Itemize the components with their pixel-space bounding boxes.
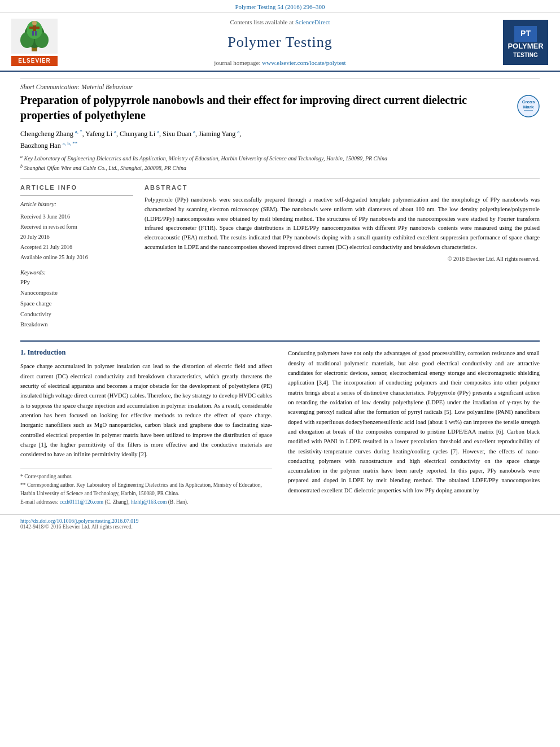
keywords-block: Keywords: PPyNanocompositeSpace chargeCo… xyxy=(20,269,133,330)
article-info-heading: ARTICLE INFO xyxy=(20,184,133,191)
body-col-left: 1. Introduction Space charge accumulated… xyxy=(20,348,272,506)
svg-text:PT: PT xyxy=(520,29,531,38)
footnote-corresponding1: * Corresponding author. xyxy=(20,473,272,481)
abstract-text: Polypyrrole (PPy) nanobowls were success… xyxy=(145,195,540,252)
abstract-heading: ABSTRACT xyxy=(145,184,540,191)
contents-available-line: Contents lists available at ScienceDirec… xyxy=(230,19,330,25)
intro-text-right: Conducting polymers have not only the ad… xyxy=(288,348,540,495)
authors-line: Chengcheng Zhang a, *, Yafeng Li a, Chun… xyxy=(20,128,540,151)
email-zhang[interactable]: cczh0111@126.com xyxy=(60,499,103,505)
footnote-email: E-mail addresses: cczh0111@126.com (C. Z… xyxy=(20,498,272,506)
svg-rect-10 xyxy=(32,31,34,36)
article-info-col: ARTICLE INFO Article history: Received 3… xyxy=(20,184,133,330)
crossmark-badge[interactable]: Cross Mark xyxy=(517,95,540,117)
svg-text:Cross: Cross xyxy=(522,99,535,104)
svg-point-6 xyxy=(32,21,37,25)
svg-text:Mark: Mark xyxy=(523,104,534,110)
intro-para-2: Conducting polymers have not only the ad… xyxy=(288,348,540,495)
main-content: Short Communication: Material Behaviour … xyxy=(0,72,560,506)
body-col-right: Conducting polymers have not only the ad… xyxy=(288,348,540,506)
pt-logo-box: PT POLYMER TESTING xyxy=(503,20,548,65)
email-han[interactable]: hlzhlj@163.com xyxy=(131,499,167,505)
pt-logo-line2: TESTING xyxy=(513,51,537,59)
intro-heading: 1. Introduction xyxy=(20,348,272,357)
info-abstract-section: ARTICLE INFO Article history: Received 3… xyxy=(20,178,540,330)
abstract-copyright: © 2016 Elsevier Ltd. All rights reserved… xyxy=(145,256,540,262)
elsevier-logo-left: ELSEVIER xyxy=(9,19,60,66)
homepage-url[interactable]: www.elsevier.com/locate/polytest xyxy=(262,59,345,66)
homepage-label: journal homepage: xyxy=(214,59,260,66)
crossmark-icon: Cross Mark xyxy=(517,95,540,117)
pt-logo-icon: PT xyxy=(514,26,537,42)
affiliation-b: b Shanghai Qifan Wire and Cable Co., Ltd… xyxy=(20,163,540,172)
intro-text-left: Space charge accumulated in polymer insu… xyxy=(20,361,272,459)
body-section: 1. Introduction Space charge accumulated… xyxy=(20,340,540,506)
journal-title: Polymer Testing xyxy=(228,34,332,51)
svg-rect-9 xyxy=(36,27,40,29)
affiliation-a: a Key Laboratory of Engineering Dielectr… xyxy=(20,154,540,163)
journal-header: ELSEVIER Contents lists available at Sci… xyxy=(0,13,560,72)
body-two-col: 1. Introduction Space charge accumulated… xyxy=(20,348,540,506)
revised-date: Received in revised form20 July 2016 xyxy=(20,222,133,242)
journal-center: Contents lists available at ScienceDirec… xyxy=(67,19,493,66)
footnote-corresponding2: ** Corresponding author. Key Laboratory … xyxy=(20,481,272,498)
pt-logo-line1: POLYMER xyxy=(508,42,543,51)
footer-issn: 0142-9418/© 2016 Elsevier Ltd. All right… xyxy=(20,524,540,530)
footnotes: * Corresponding author. ** Corresponding… xyxy=(20,469,272,507)
accepted-date: Accepted 21 July 2016 xyxy=(20,242,133,252)
article-category: Short Communication: Material Behaviour xyxy=(20,78,540,90)
journal-citation-bar: Polymer Testing 54 (2016) 296–300 xyxy=(0,0,560,13)
footer-bar: http://dx.doi.org/10.1016/j.polymertesti… xyxy=(0,514,560,533)
email-label: E-mail addresses: xyxy=(20,499,60,505)
doi-link[interactable]: http://dx.doi.org/10.1016/j.polymertesti… xyxy=(20,518,139,524)
sciencedirect-link[interactable]: ScienceDirect xyxy=(295,19,330,25)
journal-citation: Polymer Testing 54 (2016) 296–300 xyxy=(235,3,325,10)
email-zhang-name: (C. Zhang), xyxy=(104,499,130,505)
svg-rect-11 xyxy=(35,31,37,36)
elsevier-name-badge: ELSEVIER xyxy=(11,56,58,66)
intro-para-1: Space charge accumulated in polymer insu… xyxy=(20,361,272,459)
journal-homepage-line: journal homepage: www.elsevier.com/locat… xyxy=(214,59,345,66)
abstract-col: ABSTRACT Polypyrrole (PPy) nanobowls wer… xyxy=(145,184,540,330)
available-date: Available online 25 July 2016 xyxy=(20,252,133,263)
keywords-list: PPyNanocompositeSpace chargeConductivity… xyxy=(20,277,133,330)
article-history: Article history: Received 3 June 2016 Re… xyxy=(20,195,133,263)
journal-logo-right: PT POLYMER TESTING xyxy=(500,19,551,66)
article-history-label: Article history: xyxy=(20,199,133,210)
received-date: Received 3 June 2016 xyxy=(20,212,133,222)
elsevier-tree-illustration xyxy=(11,19,58,54)
keywords-label: Keywords: xyxy=(20,269,133,276)
svg-rect-8 xyxy=(29,27,33,29)
article-title: Preparation of polypyrrole nanobowls and… xyxy=(20,93,517,123)
contents-text: Contents lists available at xyxy=(230,19,294,25)
elsevier-logo: ELSEVIER xyxy=(11,19,58,66)
footer-doi[interactable]: http://dx.doi.org/10.1016/j.polymertesti… xyxy=(20,518,540,524)
email-han-name: (B. Han). xyxy=(168,499,189,505)
svg-rect-7 xyxy=(33,25,36,31)
article-title-block: Preparation of polypyrrole nanobowls and… xyxy=(20,93,540,123)
affiliations-block: a Key Laboratory of Engineering Dielectr… xyxy=(20,154,540,172)
